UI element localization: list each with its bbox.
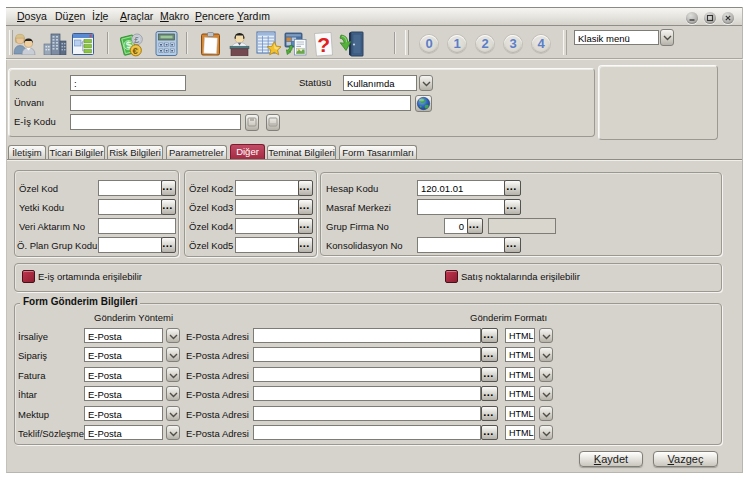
svg-text:?: ? — [317, 33, 330, 56]
svg-text:€: € — [133, 45, 139, 56]
svg-text:£: £ — [134, 35, 139, 45]
